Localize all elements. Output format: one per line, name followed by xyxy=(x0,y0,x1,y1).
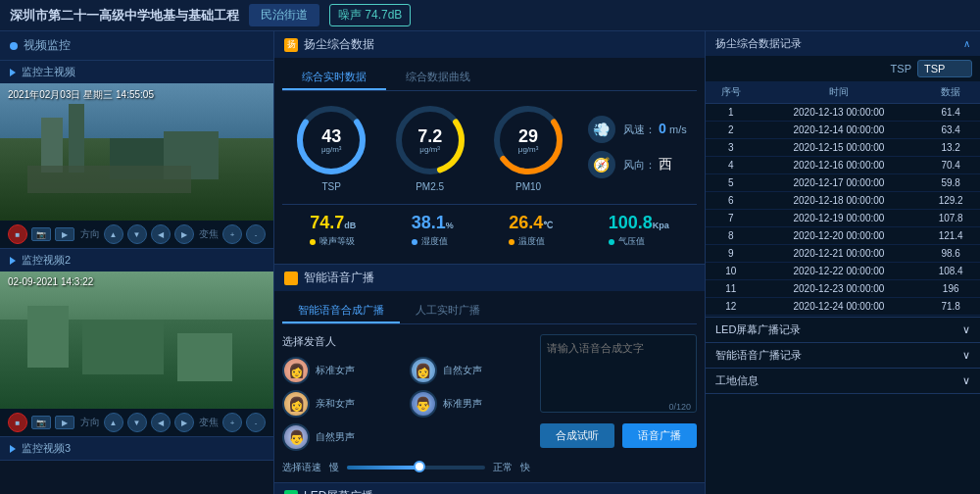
stat-pressure-name: 气压值 xyxy=(618,235,645,248)
tab-curve[interactable]: 综合数据曲线 xyxy=(386,66,490,90)
speaker-left: 选择发音人 👩 标准女声 👩 自然女声 👩 xyxy=(282,334,530,474)
stat-temp: 26.4℃ 温度值 xyxy=(509,213,553,248)
voice-option-4[interactable]: 👨 标准男声 xyxy=(410,390,531,418)
gauges-row: 43 μg/m³ TSP xyxy=(282,101,697,192)
camera-1-zoom-out[interactable]: - xyxy=(246,224,266,244)
dust-record-chevron: ∧ xyxy=(963,38,970,49)
construction-info-title: 工地信息 ∨ xyxy=(715,373,970,388)
smart-speaker-record-section[interactable]: 智能语音广播记录 ∨ xyxy=(706,343,980,369)
noise-value: 74.7dB xyxy=(365,8,402,22)
camera-2-dir-group: 方向 ▲ ▼ ◀ ▶ xyxy=(80,413,194,432)
camera-2-dir-down[interactable]: ▼ xyxy=(127,413,147,432)
left-sidebar: 视频监控 监控主视频 xyxy=(0,31,274,494)
table-row: 122020-12-24 00:00:0071.8 xyxy=(706,298,980,316)
led-record-section[interactable]: LED屏幕广播记录 ∨ xyxy=(706,318,980,343)
stat-humidity-value: 38.1% xyxy=(412,213,454,233)
page-title: 深圳市第二十一高级中学地基与基础工程 xyxy=(10,7,239,25)
video-monitor-label: 视频监控 xyxy=(24,37,71,54)
table-row: 22020-12-14 00:00:0063.4 xyxy=(706,122,980,139)
camera-1-dir-up[interactable]: ▲ xyxy=(104,224,123,244)
camera-2-header[interactable]: 监控视频2 xyxy=(0,249,273,272)
stats-row: 74.7dB 噪声等级 38.1% 湿度值 xyxy=(282,204,697,256)
btn-broadcast[interactable]: 语音广播 xyxy=(622,423,697,448)
camera-2-zoom-in[interactable]: + xyxy=(222,413,242,432)
camera-1-dir-down[interactable]: ▼ xyxy=(127,224,147,244)
table-cell-value: 63.4 xyxy=(921,122,980,139)
camera-2-dir-left[interactable]: ◀ xyxy=(151,413,171,432)
dust-record-header[interactable]: 扬尘综合数据记录 ∧ xyxy=(706,31,980,56)
table-cell-seq: 5 xyxy=(706,174,757,192)
table-cell-value: 13.2 xyxy=(921,139,980,157)
camera-3-toggle-icon xyxy=(10,445,16,453)
camera-2-stop-btn[interactable]: ■ xyxy=(8,413,27,432)
btn-synthesize[interactable]: 合成试听 xyxy=(540,423,614,448)
camera-1-scene xyxy=(0,83,273,221)
camera-item-1: 监控主视频 2021年02月03日 星期三 14:55:05 xyxy=(0,61,273,249)
voice-option-1[interactable]: 👩 标准女声 xyxy=(282,357,404,384)
speaker-section-header: 智能语音广播 xyxy=(274,265,705,291)
table-cell-value: 98.6 xyxy=(921,245,980,263)
table-body: 12020-12-13 00:00:0061.422020-12-14 00:0… xyxy=(706,104,980,318)
stat-humidity: 38.1% 湿度值 xyxy=(412,213,454,248)
table-head: 序号 时间 数据 xyxy=(706,81,980,104)
camera-1-zoom-group: 变焦 + - xyxy=(199,224,266,244)
camera-3-header[interactable]: 监控视频3 xyxy=(0,437,273,460)
tab-synth[interactable]: 智能语音合成广播 xyxy=(282,299,400,323)
street-tab[interactable]: 民治街道 xyxy=(249,4,319,26)
camera-1-stop-btn[interactable]: ■ xyxy=(8,224,27,244)
tsp-filter-row: TSP TSP PM2.5 PM10 xyxy=(706,56,980,81)
gauge-pm25-label: PM2.5 xyxy=(416,181,444,192)
table-cell-time: 2020-12-15 00:00:00 xyxy=(757,139,922,157)
smart-speaker-record-title: 智能语音广播记录 ∨ xyxy=(715,348,970,363)
speed-row: 选择语速 慢 正常 快 xyxy=(282,461,530,474)
gauge-pm10-circle: 29 μg/m³ xyxy=(489,101,567,179)
camera-2-dir-up[interactable]: ▲ xyxy=(104,413,123,432)
table-cell-value: 107.8 xyxy=(921,210,980,227)
wind-dir-row: 🧭 风向： 西 xyxy=(588,151,687,178)
camera-1-photo-btn[interactable]: 📷 xyxy=(31,227,51,241)
camera-2-dir-right[interactable]: ▶ xyxy=(174,413,194,432)
camera-1-dir-right[interactable]: ▶ xyxy=(174,224,194,244)
camera-2-controls: ■ 📷 ▶ 方向 ▲ ▼ ◀ ▶ 变焦 + - xyxy=(0,409,273,436)
camera-2-photo-btn[interactable]: 📷 xyxy=(31,416,51,429)
gauge-tsp-circle: 43 μg/m³ xyxy=(292,101,370,179)
stat-noise-label-row: 噪声等级 xyxy=(310,235,356,248)
wind-speed-unit: m/s xyxy=(669,124,687,135)
camera-1-zoom-in[interactable]: + xyxy=(222,224,242,244)
gauge-tsp-label: TSP xyxy=(321,181,340,192)
stat-temp-name: 温度值 xyxy=(518,235,545,248)
voice-option-3[interactable]: 👩 亲和女声 xyxy=(282,390,404,418)
wind-info: 💨 风速： 0 m/s 🧭 风向： 西 xyxy=(588,116,687,178)
voice-option-2[interactable]: 👩 自然女声 xyxy=(410,357,531,384)
table-row: 92020-12-21 00:00:0098.6 xyxy=(706,245,980,263)
noise-label: 噪声 xyxy=(338,8,362,22)
voice-option-5[interactable]: 👨 自然男声 xyxy=(282,423,404,451)
table-cell-value: 61.4 xyxy=(921,104,980,122)
table-cell-time: 2020-12-24 00:00:00 xyxy=(757,298,922,316)
table-container: 序号 时间 数据 12020-12-13 00:00:0061.422020-1… xyxy=(706,81,980,317)
tsp-select[interactable]: TSP PM2.5 PM10 xyxy=(917,60,972,77)
table-cell-time: 2020-12-25 00:00:00 xyxy=(757,316,922,318)
camera-1-dir-left[interactable]: ◀ xyxy=(151,224,171,244)
speed-slider[interactable] xyxy=(347,466,485,469)
camera-2-record-btn[interactable]: ▶ xyxy=(55,416,74,429)
camera-1-header[interactable]: 监控主视频 xyxy=(0,61,273,83)
stat-pressure: 100.8Kpa 气压值 xyxy=(609,213,669,248)
table-row: 42020-12-16 00:00:0070.4 xyxy=(706,157,980,174)
led-section-title: LED屏幕广播 xyxy=(304,488,373,494)
dust-icon: 扬 xyxy=(284,38,298,52)
table-row: 32020-12-15 00:00:0013.2 xyxy=(706,139,980,157)
camera-2-zoom-group: 变焦 + - xyxy=(199,413,266,432)
table-cell-time: 2020-12-23 00:00:00 xyxy=(757,280,922,298)
scaffolding xyxy=(27,166,191,193)
tab-live[interactable]: 人工实时广播 xyxy=(400,299,496,323)
stat-pressure-label-row: 气压值 xyxy=(609,235,669,248)
construction-info-section[interactable]: 工地信息 ∨ xyxy=(706,369,980,394)
wind-speed-icon: 💨 xyxy=(588,116,615,143)
dust-section-title: 扬尘综合数据 xyxy=(304,36,374,53)
wind-dir-label: 风向： xyxy=(623,159,656,171)
synth-textarea[interactable] xyxy=(540,334,697,413)
camera-1-record-btn[interactable]: ▶ xyxy=(55,227,74,241)
tab-realtime[interactable]: 综合实时数据 xyxy=(282,66,386,90)
camera-2-zoom-out[interactable]: - xyxy=(246,413,266,432)
